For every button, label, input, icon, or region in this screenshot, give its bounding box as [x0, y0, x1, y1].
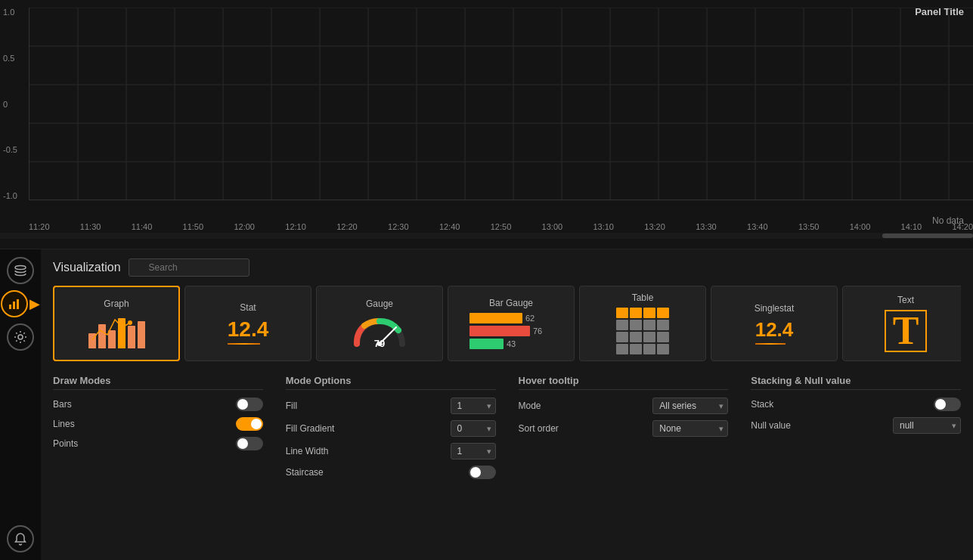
viz-card-bargauge[interactable]: Bar Gauge 62 76 43 — [448, 286, 575, 361]
graph-preview — [88, 314, 145, 348]
viz-card-stat-label: Stat — [240, 302, 256, 313]
chart-area: Panel Title 1.0 0.5 0 -0.5 -1.0 — [0, 0, 973, 249]
line-width-select-wrapper: 123 — [451, 443, 496, 459]
fill-select[interactable]: 123 — [451, 398, 496, 414]
fill-gradient-option-row: Fill Gradient 012 — [286, 420, 496, 437]
tc14 — [630, 344, 642, 354]
staircase-toggle[interactable] — [469, 466, 496, 479]
sidebar-icon-layers[interactable] — [7, 257, 34, 284]
viz-card-table[interactable]: Table — [579, 286, 706, 361]
tc10 — [630, 332, 642, 342]
fill-gradient-select-wrapper: 012 — [451, 420, 496, 437]
hover-tooltip-title: Hover tooltip — [519, 375, 729, 390]
viz-card-singlestat[interactable]: Singlestat 12.4 — [711, 286, 838, 361]
scrollbar-thumb[interactable] — [882, 234, 973, 238]
points-toggle-knob — [237, 438, 248, 449]
stat-value-display: 12.4 — [228, 317, 269, 345]
fill-select-wrapper: 123 — [451, 398, 496, 414]
viz-search-wrapper: 🔍 — [129, 258, 249, 277]
line-width-label: Line Width — [286, 446, 346, 456]
singlestat-number: 12.4 — [755, 318, 794, 342]
bargauge-val-2: 76 — [533, 326, 542, 336]
tc2 — [630, 308, 642, 318]
tc4 — [657, 308, 669, 318]
singlestat-display: 12.4 — [755, 318, 794, 345]
viz-card-table-label: Table — [632, 292, 654, 303]
bargauge-bar-1 — [469, 313, 522, 323]
fill-option-row: Fill 123 — [286, 398, 496, 414]
hover-tooltip-section: Hover tooltip Mode All series Single Sor… — [519, 375, 729, 485]
bargauge-row-3: 43 — [469, 339, 553, 349]
viz-card-singlestat-label: Singlestat — [755, 303, 795, 314]
sidebar-icon-gear[interactable] — [7, 323, 34, 351]
bars-toggle[interactable] — [236, 398, 263, 411]
sort-order-select[interactable]: None Ascending Descending — [652, 420, 728, 437]
bars-option-row: Bars — [53, 398, 263, 411]
viz-header: Visualization 🔍 — [53, 258, 961, 277]
mode-option-row: Mode All series Single — [519, 398, 729, 414]
stat-number: 12.4 — [228, 317, 269, 342]
tc9 — [616, 332, 628, 342]
lines-toggle[interactable] — [236, 417, 263, 431]
bargauge-bar-2 — [469, 326, 530, 336]
chart-grid — [29, 8, 973, 200]
x-axis-labels: 11:20 11:30 11:40 11:50 12:00 12:10 12:2… — [0, 219, 973, 233]
gauge-preview: 79 — [349, 314, 410, 348]
tooltip-mode-label: Mode — [519, 401, 579, 411]
chart-canvas: 1.0 0.5 0 -0.5 -1.0 — [0, 0, 973, 219]
bargauge-bar-3 — [469, 339, 504, 349]
points-toggle[interactable] — [236, 437, 263, 450]
line-width-select[interactable]: 123 — [451, 443, 496, 459]
viz-search-input[interactable] — [129, 258, 249, 277]
viz-card-text[interactable]: Text T — [842, 286, 961, 361]
gauge-svg: 79 — [349, 314, 410, 348]
fill-gradient-label: Fill Gradient — [286, 423, 346, 434]
tc11 — [643, 332, 655, 342]
null-value-select[interactable]: null connected null as zero — [893, 417, 961, 434]
viz-card-bargauge-label: Bar Gauge — [489, 298, 533, 308]
viz-cards: Graph Stat — [53, 286, 961, 361]
viz-card-gauge[interactable]: Gauge 79 — [316, 286, 443, 361]
points-option-row: Points — [53, 437, 263, 450]
sidebar: ▶ — [0, 249, 41, 560]
sidebar-icon-chart[interactable] — [1, 290, 28, 317]
staircase-label: Staircase — [286, 467, 346, 478]
viz-section-title: Visualization — [53, 261, 121, 274]
table-preview — [616, 308, 669, 354]
fill-label: Fill — [286, 401, 346, 411]
sort-order-label: Sort order — [519, 423, 579, 434]
viz-card-text-label: Text — [897, 295, 914, 305]
tc13 — [616, 344, 628, 354]
sort-order-select-wrapper: None Ascending Descending — [652, 420, 728, 437]
svg-rect-25 — [9, 305, 11, 309]
draw-modes-section: Draw Modes Bars Lines Points — [53, 375, 263, 485]
tooltip-mode-select[interactable]: All series Single — [652, 398, 728, 414]
lines-option-row: Lines — [53, 417, 263, 431]
tc15 — [643, 344, 655, 354]
tc5 — [616, 320, 628, 330]
null-value-label: Null value — [751, 420, 811, 431]
stack-option-row: Stack — [751, 398, 961, 411]
sidebar-icon-bell[interactable] — [7, 525, 34, 552]
scrollbar-area[interactable] — [0, 233, 973, 239]
stat-underline — [228, 343, 261, 345]
viz-card-stat[interactable]: Stat 12.4 — [184, 286, 311, 361]
tc3 — [643, 308, 655, 318]
svg-rect-26 — [13, 302, 15, 309]
tc16 — [657, 344, 669, 354]
fill-gradient-select[interactable]: 012 — [451, 420, 496, 437]
viz-card-gauge-label: Gauge — [366, 299, 393, 309]
stacking-title: Stacking & Null value — [751, 375, 961, 390]
line-width-option-row: Line Width 123 — [286, 443, 496, 459]
text-preview: T — [885, 310, 927, 352]
bargauge-row-2: 76 — [469, 326, 553, 336]
lines-label: Lines — [53, 419, 113, 429]
bars-label: Bars — [53, 399, 113, 410]
no-data-label: No data — [932, 215, 964, 226]
stack-toggle[interactable] — [934, 398, 961, 411]
viz-card-graph[interactable]: Graph — [53, 286, 180, 361]
tc8 — [657, 320, 669, 330]
bargauge-val-1: 62 — [525, 314, 535, 323]
trend-line — [88, 314, 145, 348]
svg-text:79: 79 — [374, 338, 385, 348]
